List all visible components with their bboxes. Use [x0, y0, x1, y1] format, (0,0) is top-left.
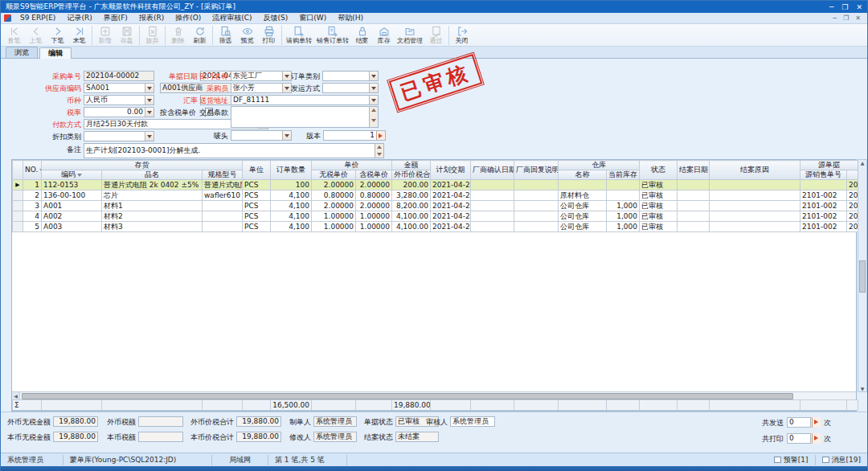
spinner-icon[interactable] — [376, 131, 385, 140]
grid-cell[interactable]: 4 — [23, 211, 42, 222]
grid-cell[interactable] — [710, 180, 800, 190]
mdi-minimize-icon[interactable]: ─ — [833, 14, 837, 22]
tab-browse[interactable]: 浏览 — [6, 47, 38, 58]
statusbar-alerts[interactable]: 预警[1] — [768, 455, 816, 465]
scroll-down-icon[interactable]: ▼ — [861, 386, 865, 391]
column-header[interactable]: 厂商回复说明 — [514, 161, 559, 180]
grid-cell[interactable]: 普通片式电阻 2k 0402 ±5% 1/16W — [102, 180, 203, 190]
grid-cell[interactable]: 1 — [23, 180, 42, 190]
grid-cell[interactable] — [203, 201, 243, 211]
grid-cell[interactable] — [607, 180, 640, 190]
menu-item[interactable]: 窗口(W) — [293, 13, 332, 23]
grid-cell[interactable]: 3,280.00 — [392, 190, 431, 201]
grid-cell[interactable] — [514, 211, 559, 222]
delivery-address-field[interactable]: DF_81111 — [231, 95, 379, 105]
grid-cell[interactable]: 0.80000 — [356, 190, 392, 201]
toolbar-button-inventory[interactable]: 库存 — [373, 24, 395, 46]
column-header[interactable]: 规格型号 — [203, 170, 243, 180]
grid-cell[interactable]: 1,000 — [607, 222, 640, 232]
menu-item[interactable]: 帮助(H) — [332, 13, 369, 23]
toolbar-button-requisition-transfer[interactable]: 请购单转 — [284, 24, 314, 46]
scrollbar-thumb[interactable] — [859, 260, 866, 293]
column-header[interactable]: 名称 — [559, 170, 607, 180]
toolbar-button-sales-order-transfer[interactable]: 销售订单转 — [314, 24, 351, 46]
column-header[interactable]: 结案原因 — [710, 161, 800, 180]
column-header[interactable] — [13, 161, 23, 180]
toolbar-button-last-record[interactable]: 末笔 — [68, 24, 90, 46]
grid-cell[interactable]: 1.00000 — [356, 211, 392, 222]
toolbar-button-document-manage[interactable]: 文档管理 — [395, 24, 425, 46]
grid-cell[interactable]: 2.00000 — [356, 180, 392, 190]
chevron-down-icon[interactable] — [369, 72, 378, 80]
column-header[interactable]: 订单数量 — [271, 161, 312, 180]
grid-cell[interactable]: 2.00000 — [312, 201, 356, 211]
menu-item[interactable]: 操作(O) — [170, 13, 207, 23]
grid-cell[interactable] — [678, 201, 710, 211]
grid-cell[interactable]: 已审核 — [640, 201, 678, 211]
grid-cell[interactable]: wafler610 — [203, 190, 243, 201]
chevron-down-icon[interactable] — [369, 96, 378, 104]
grid-cell[interactable] — [471, 211, 514, 222]
grid-row[interactable]: 4A002材料2PCS4,1001.000001.000004,100.0020… — [13, 211, 858, 222]
grid-cell[interactable] — [471, 222, 514, 232]
grid-cell[interactable] — [678, 190, 710, 201]
grid-cell[interactable] — [800, 180, 847, 190]
toolbar-button-exit[interactable]: 关闭 — [451, 24, 473, 46]
chevron-down-icon[interactable] — [369, 84, 378, 92]
grid-cell[interactable] — [710, 211, 800, 222]
grid-cell[interactable]: 材料3 — [102, 222, 203, 232]
grid-cell[interactable]: 已审核 — [640, 190, 678, 201]
grid-cell[interactable]: PCS — [243, 201, 271, 211]
grid-cell[interactable] — [678, 211, 710, 222]
menu-item[interactable]: 界面(F) — [98, 13, 133, 23]
chevron-down-icon[interactable] — [145, 132, 154, 141]
toolbar-button-refresh[interactable]: 刷新 — [189, 24, 211, 46]
grid-cell[interactable]: 1,000 — [607, 211, 640, 222]
grid-cell[interactable]: 4,100 — [271, 211, 312, 222]
toolbar-button-print[interactable]: 打印 — [258, 24, 280, 46]
grid-cell[interactable]: 4,100.00 — [392, 222, 431, 232]
grid-cell[interactable]: 8,200.00 — [392, 201, 431, 211]
grid-cell[interactable] — [514, 222, 559, 232]
maximize-icon[interactable]: ❐ — [841, 2, 848, 13]
grid-cell[interactable]: PCS — [243, 222, 271, 232]
toolbar-button-filter[interactable]: 筛选 — [215, 24, 236, 46]
grid-cell[interactable]: 公司仓库 — [559, 201, 607, 211]
grid-cell[interactable]: PCS — [243, 180, 271, 190]
grid-row[interactable]: ▶1112-0153普通片式电阻 2k 0402 ±5% 1/16W普通片式电阻… — [13, 180, 858, 190]
mdi-restore-icon[interactable]: ❐ — [843, 14, 849, 22]
grid-cell[interactable]: 2021-04-24 — [431, 190, 471, 201]
grid-cell[interactable] — [607, 190, 640, 201]
grid-cell[interactable]: 已审核 — [640, 211, 678, 222]
grid-cell[interactable]: 材料2 — [102, 211, 203, 222]
grid-cell[interactable]: 原材料仓 — [559, 190, 607, 201]
discount-type-field[interactable] — [84, 131, 154, 141]
toolbar-button-preview[interactable]: 预览 — [236, 24, 258, 46]
grid-cell[interactable]: 136-00-100 — [42, 190, 102, 201]
remark-field[interactable]: 生产计划[202103-0001]分解生成. — [84, 143, 384, 158]
grid-cell[interactable]: 1.00000 — [356, 222, 392, 232]
minimize-icon[interactable]: ─ — [829, 2, 833, 13]
scroll-up-icon[interactable]: ▲ — [861, 160, 865, 166]
grid-cell[interactable]: 4,100.00 — [392, 211, 431, 222]
mdi-close-icon[interactable]: ✕ — [855, 14, 861, 22]
grid-cell[interactable]: 2021-04-24 — [431, 201, 471, 211]
column-header[interactable]: 含税单价 — [356, 170, 392, 180]
grid-cell[interactable]: 2101-002 — [800, 222, 847, 232]
grid-cell[interactable] — [13, 190, 23, 201]
grid-cell[interactable]: 1.00000 — [312, 211, 356, 222]
tab-edit[interactable]: 编辑 — [39, 47, 72, 59]
grid-cell[interactable] — [471, 180, 514, 190]
close-icon[interactable]: ✕ — [856, 2, 862, 13]
grid-cell[interactable]: PCS — [243, 190, 271, 201]
shipping-mark-field[interactable] — [231, 130, 292, 141]
grid-cell[interactable]: 202 — [847, 201, 858, 211]
scrollbar-thumb[interactable] — [22, 393, 793, 399]
grid-cell[interactable]: 公司仓库 — [559, 222, 607, 232]
ship-method-field[interactable] — [322, 83, 379, 93]
column-header[interactable]: 仓库 — [559, 161, 640, 170]
grid-cell[interactable] — [13, 211, 23, 222]
grid-cell[interactable] — [514, 190, 559, 201]
grid-cell[interactable]: 已审核 — [640, 180, 678, 190]
grid-cell[interactable]: 202 — [847, 222, 858, 232]
